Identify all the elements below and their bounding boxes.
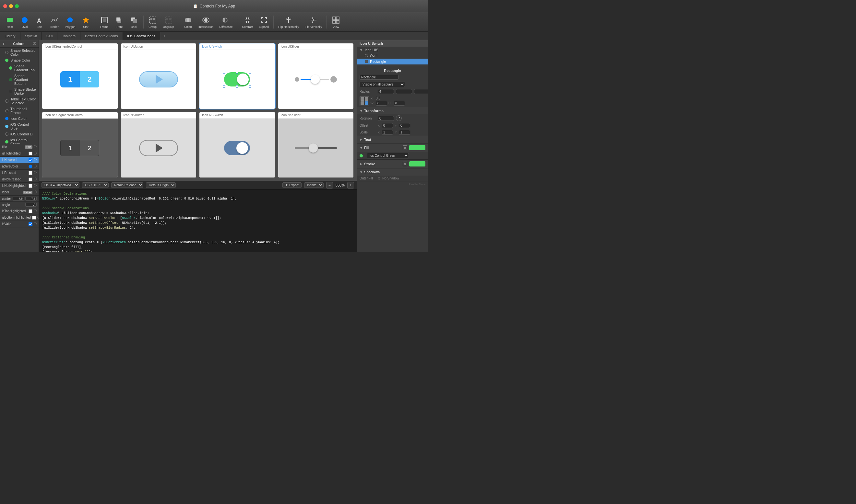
close-button[interactable] [3,4,7,8]
tab-ios-control[interactable]: iOS Control Icons [123,32,160,40]
stroke-clear-icon[interactable]: ⊗ [403,162,407,166]
toolbar-difference[interactable]: Difference [217,14,235,30]
origin-select[interactable]: Default Origin [146,182,176,188]
handle-br[interactable] [249,85,251,88]
var-row-label[interactable]: label Label ⓘ [0,189,39,196]
handle-tc[interactable] [236,71,238,73]
toolbar-contract[interactable]: Contract [239,14,256,30]
toolbar-text[interactable]: A Text [32,14,47,30]
transforms-header[interactable]: ▼ Transforms [357,107,428,114]
var-row-isBottomHighlighted[interactable]: isBottomHighlighted ⓘ [0,214,39,221]
zoom-select[interactable]: Infinite [304,182,324,188]
width-input[interactable] [376,101,387,106]
center-y-input[interactable] [25,197,37,200]
var-row-title[interactable]: title Title ⓘ [0,144,39,150]
color-item-ios-li[interactable]: iOS Control Li... [0,131,39,137]
fill-color-preview[interactable] [409,145,425,150]
toolbar-oval[interactable]: Oval [18,14,32,30]
shadows-header[interactable]: ▼ Shadows [357,168,428,176]
color-item-stroke-darker[interactable]: Shape Stroke Darker [0,87,39,96]
shape-name-input[interactable] [360,75,398,80]
browser-item-rectangle[interactable]: Rectangle [357,59,428,65]
color-item-shape-selected[interactable]: Shape Selected Color [0,48,39,57]
isHighlighted-checkbox[interactable] [29,151,32,156]
var-row-isValid[interactable]: isValid ⓘ [0,221,39,228]
fill-header[interactable]: ▼ Fill ⊗ [357,144,428,152]
tab-add-button[interactable]: + [160,32,169,40]
memory-select[interactable]: Retain/Release [111,182,143,188]
isNotPressed-checkbox[interactable] [29,178,32,181]
toolbar-back[interactable]: Back [127,14,141,30]
var-row-isNotHighlighted[interactable]: isNotHighlighted ⓘ [0,183,39,189]
angle-input[interactable] [25,203,37,206]
radius-input-2[interactable] [396,89,412,94]
isNotHighlighted-checkbox[interactable] [29,184,32,188]
stroke-header[interactable]: ▼ Stroke ⊗ [357,160,428,168]
maximize-button[interactable] [15,4,19,8]
var-row-isHighlighted[interactable]: isHighlighted ⓘ [0,150,39,157]
center-x-input[interactable] [13,197,24,200]
color-item-shape-color[interactable]: Shape Color [0,57,39,63]
offset-y-input[interactable] [399,123,410,128]
sdk-select[interactable]: OS X 10.7+ [82,182,109,188]
toolbar-rect[interactable]: Rect [3,14,17,30]
toolbar-expand[interactable]: Expand [256,14,271,30]
isBottomHighlighted-checkbox[interactable] [32,216,36,220]
canvas-slider-ns[interactable]: Icon NSSlider [278,112,354,178]
handle-bl[interactable] [223,85,225,88]
color-item-icon-color[interactable]: Icon Color [0,115,39,122]
color-item-table-text[interactable]: Table Text Color Selected [0,96,39,106]
stroke-color-preview[interactable] [409,161,425,166]
colors-section-header[interactable]: + Colors ⓘ [0,40,39,48]
color-item-ios-control-green[interactable]: ios Control Green [0,137,39,144]
var-row-center[interactable]: center [0,196,39,202]
tab-gui[interactable]: GUI [42,32,58,40]
var-row-isHovered[interactable]: isHovered ⓘ [0,157,39,163]
var-row-isTopHighlighted[interactable]: isTopHighlighted ⓘ [0,208,39,214]
toolbar-intersection[interactable]: Intersection [196,14,216,30]
canvas-button-ns[interactable]: Icon NSButton [121,112,196,178]
fill-clear-icon[interactable]: ⊗ [403,145,407,150]
canvas-switch-ns[interactable]: Icon NSSwitch [200,112,275,178]
scale-x-input[interactable] [382,130,393,135]
browser-item-oval[interactable]: Oval [357,53,428,59]
fill-color-select[interactable]: ios Control Green [367,153,409,158]
tab-bezier-context[interactable]: Bezier Context Icons [81,32,123,40]
var-row-activeColor[interactable]: activeColor ⓘ [0,163,39,170]
toolbar-flip-h[interactable]: Flip Horizontally [276,14,302,30]
text-header[interactable]: ▼ Text [357,136,428,143]
handle-tl[interactable] [223,71,225,73]
canvas-button-ios[interactable]: Icon UIButton [121,43,196,109]
isTopHighlighted-checkbox[interactable] [29,209,32,213]
browser-item-group[interactable]: ▼ Icon UIS... [357,47,428,53]
tab-toolbars[interactable]: Toolbars [57,32,81,40]
isHovered-checkbox[interactable] [29,158,32,162]
toolbar-union[interactable]: Union [181,14,195,30]
tab-stylekit[interactable]: StyleKit [20,32,42,40]
isValid-checkbox[interactable] [29,222,32,226]
zoom-in-button[interactable]: + [347,182,354,188]
toolbar-view[interactable]: View [329,14,343,30]
height-input[interactable] [394,101,405,106]
handle-tr[interactable] [249,71,251,73]
minimize-button[interactable] [9,4,13,8]
toolbar-polygon[interactable]: Polygon [62,14,78,30]
color-item-ios-blue[interactable]: iOS Control Blue [0,122,39,131]
handle-bc[interactable] [236,85,238,88]
os-select[interactable]: OS X ▸ Objective-C [41,182,80,188]
toolbar-group[interactable]: Group [145,14,160,30]
offset-x-input[interactable] [382,123,393,128]
canvas-segmented-ios[interactable]: Icon UISegmentedControl 1 2 [42,43,118,109]
color-item-gradient-top[interactable]: Shape Gradient Top [0,63,39,73]
toolbar-flip-v[interactable]: Flip Vertically [302,14,325,30]
canvas-slider-ios[interactable]: Icon UISlider [278,43,354,109]
tab-library[interactable]: Library [0,32,20,40]
toolbar-bezier[interactable]: Bezier [47,14,62,30]
toolbar-front[interactable]: Front [112,14,126,30]
export-button[interactable]: ⬆ Export [283,182,302,188]
rotation-input[interactable] [378,116,394,121]
toolbar-star[interactable]: Star [79,14,93,30]
var-row-isNotPressed[interactable]: isNotPressed ⓘ [0,176,39,183]
color-item-gradient-bottom[interactable]: Shape Gradient Bottom [0,73,39,87]
var-row-isPressed[interactable]: isPressed ⓘ [0,170,39,176]
